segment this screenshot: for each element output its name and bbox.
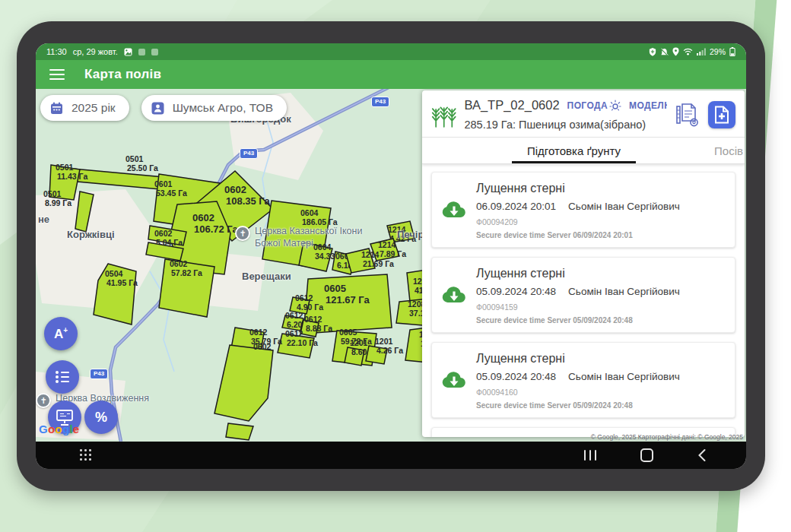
operation-person: Сьомін Іван Сергійович xyxy=(568,286,680,297)
organization-chip-label: Шумськ Агро, ТОВ xyxy=(173,101,273,115)
wheat-icon xyxy=(431,100,456,130)
town-label: не xyxy=(38,214,49,225)
field-label: 108.35 Га xyxy=(226,195,271,207)
operation-card[interactable]: Лущення стерні 05.09.2024 20:48 Сьомін І… xyxy=(431,342,735,418)
town-label: Верещаки xyxy=(242,271,291,282)
road-badge: Р43 xyxy=(240,148,258,159)
field-subtitle: 285.19 Га: Пшениця озима(зібрано) xyxy=(464,119,667,131)
operation-card[interactable]: Лущення стерні 05.09.2024 20:48 Сьомін І… xyxy=(431,257,735,333)
field-label: 0602 xyxy=(192,212,214,223)
field-title: ВА_ТР_02_0602 xyxy=(464,98,559,112)
battery-percent: 29% xyxy=(710,47,726,56)
field-label: 0602 xyxy=(224,184,246,195)
poi-label: ✝Церква Казанської ІкониБожої Матері xyxy=(235,226,362,249)
year-chip[interactable]: 2025 рік xyxy=(40,95,129,121)
menu-icon[interactable] xyxy=(49,69,65,80)
field-label: 4.26 Га xyxy=(376,346,403,355)
field-label: 0501 xyxy=(43,189,62,198)
operation-datetime: 06.09.2024 20:01 xyxy=(476,201,556,212)
notification-icon xyxy=(138,49,145,55)
field-label: 11.43 Га xyxy=(57,172,87,181)
upload-cloud-icon xyxy=(441,286,467,307)
field-label: 0601 xyxy=(154,179,173,188)
battery-saver-icon xyxy=(649,48,656,56)
organization-chip[interactable]: Шумськ Агро, ТОВ xyxy=(141,95,287,121)
church-pin-icon: ✝ xyxy=(235,226,250,241)
calendar-icon xyxy=(49,101,64,116)
field-label: 0612 xyxy=(295,293,313,302)
operation-datetime: 05.09.2024 20:48 xyxy=(476,371,556,382)
tablet-frame: 11:30 ср, 29 жовт. xyxy=(17,21,765,491)
field-label: 0604 xyxy=(300,208,319,217)
operation-datetime: 05.09.2024 20:48 xyxy=(476,286,556,297)
operation-title: Лущення стерні xyxy=(476,182,726,195)
battery-icon xyxy=(729,47,735,56)
church-pin-icon: ✝ xyxy=(36,393,51,408)
photo-icon xyxy=(124,48,132,56)
operation-title: Лущення стерні xyxy=(476,267,726,280)
add-document-icon xyxy=(713,106,730,124)
recents-button[interactable] xyxy=(584,450,596,461)
field-info-panel: ВА_ТР_02_0602 ПОГОДА xyxy=(422,90,745,437)
weather-link[interactable]: ПОГОДА xyxy=(567,100,621,112)
field-label: 0605 xyxy=(324,283,346,294)
map-canvas[interactable]: 050125.50 Га050111.43 Га05018.99 Га06015… xyxy=(36,89,746,442)
navigation-bar xyxy=(36,442,746,469)
location-icon xyxy=(672,47,679,56)
field-label: 41.95 Га xyxy=(106,278,138,287)
signal-icon xyxy=(697,48,706,55)
operation-person: Сьомін Іван Сергійович xyxy=(568,371,680,382)
field-label: 57.82 Га xyxy=(171,268,202,277)
field-label: 0602 xyxy=(170,259,188,268)
operations-list: Лущення стерні 06.09.2024 20:01 Сьомін І… xyxy=(422,164,745,437)
field-label: 0612 xyxy=(249,328,268,337)
organization-icon xyxy=(151,101,165,116)
road-badge: Р43 xyxy=(371,97,389,107)
status-time: 11:30 xyxy=(46,47,67,56)
field-label: 1201 xyxy=(350,338,368,347)
operation-doc-number: Ф00094209 xyxy=(476,217,726,226)
percent-fab[interactable]: % xyxy=(84,401,118,434)
field-polygon[interactable] xyxy=(226,423,253,440)
list-icon xyxy=(54,369,71,385)
tab-soil-preparation[interactable]: Підготовка ґрунту xyxy=(512,140,636,163)
field-label: 0501 xyxy=(125,154,144,163)
field-label: 106.72 Га xyxy=(194,223,239,235)
operation-secure-time: Secure device time Server 05/09/2024 20:… xyxy=(476,316,726,325)
operation-doc-number: Ф00094160 xyxy=(476,388,726,397)
app-bar: Карта полів xyxy=(36,60,746,89)
field-list-fab[interactable] xyxy=(46,360,79,394)
panel-header: ВА_ТР_02_0602 ПОГОДА xyxy=(422,90,745,137)
field-label: 1214 xyxy=(361,250,380,259)
operation-card[interactable]: Лущення стерні 06.09.2024 20:01 Сьомін І… xyxy=(431,172,735,248)
back-button[interactable] xyxy=(697,448,707,462)
field-label: 0504 xyxy=(105,269,123,278)
status-date: ср, 29 жовт. xyxy=(73,47,118,56)
field-label: 1201 xyxy=(375,337,393,346)
notification-icon xyxy=(151,49,158,55)
field-label: 0612 xyxy=(285,329,303,338)
field-polygon[interactable] xyxy=(214,345,273,421)
weather-sun-icon xyxy=(609,100,621,112)
tab-sowing[interactable]: Посів xyxy=(714,140,743,163)
field-label: 0602 xyxy=(253,342,272,351)
road-badge: Р43 xyxy=(90,369,108,379)
font-size-fab[interactable]: A+ xyxy=(44,317,78,350)
field-label: 22.10 Га xyxy=(287,338,318,347)
operation-person: Сьомін Іван Сергійович xyxy=(568,201,680,212)
modeling-link[interactable]: МОДЕЛЮВАННЯ xyxy=(629,100,667,111)
operation-title: Лущення стерні xyxy=(476,352,726,366)
field-label: 0612 xyxy=(304,315,322,324)
field-label: 0612 xyxy=(285,311,303,320)
field-label: 8.99 Га xyxy=(45,198,71,207)
home-button[interactable] xyxy=(640,448,653,462)
app-grid-button[interactable] xyxy=(80,449,92,461)
map-chips: 2025 рік Шумськ Агро, ТОВ xyxy=(40,95,287,121)
town-label: Коржківці xyxy=(67,229,115,240)
operation-doc-number: Ф00094159 xyxy=(476,302,726,312)
field-label: 1214 xyxy=(378,240,396,249)
google-logo: Google xyxy=(39,423,80,435)
field-report-icon[interactable] xyxy=(675,102,700,128)
field-label: 25.50 Га xyxy=(127,163,158,173)
add-document-button[interactable] xyxy=(708,101,735,128)
